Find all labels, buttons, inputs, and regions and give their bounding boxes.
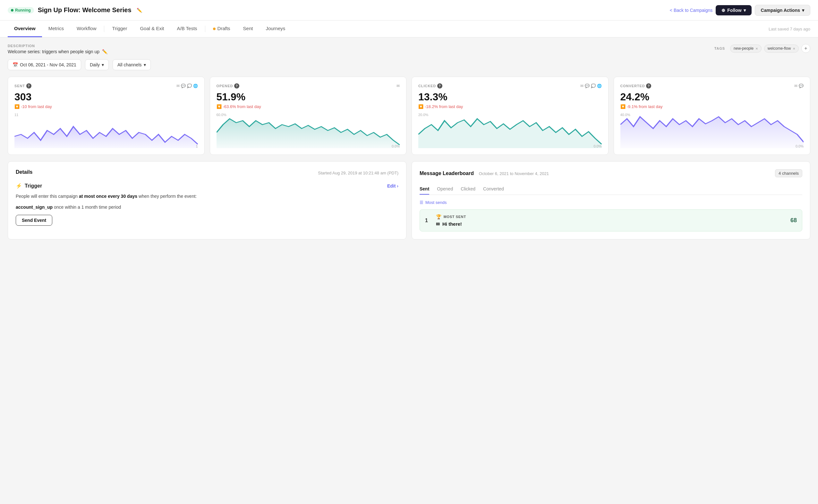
campaign-actions-button[interactable]: Campaign Actions ▾ [755, 5, 810, 16]
tab-trigger[interactable]: Trigger [105, 21, 133, 37]
clicked-change: 🔽 -18.2% from last day [418, 104, 602, 109]
stats-grid: SENT ? ✉ 💬 💭 🌐 303 🔽 -10 from last day 1… [8, 77, 810, 155]
clicked-channel-icons: ✉ 💬 💭 🌐 [580, 84, 602, 88]
lb-rank-1: 1 [425, 218, 432, 223]
channel-filter[interactable]: All channels ▾ [113, 59, 151, 70]
converted-chart: 40.0% 0.0% [620, 113, 804, 148]
lb-badge-most-sent: 🏆 MOST SENT [436, 214, 786, 219]
converted-chart-label-left: 40.0% [620, 113, 630, 117]
stat-card-clicked: CLICKED ? ✉ 💬 💭 🌐 13.3% 🔽 -18.2% from la… [412, 77, 609, 155]
leaderboard-date-range: October 6, 2021 to November 4, 2021 [479, 171, 549, 176]
clicked-help-icon[interactable]: ? [437, 83, 443, 88]
sent-value: 303 [14, 91, 198, 103]
details-title: Details [16, 169, 32, 175]
chevron-down-icon: ▾ [144, 62, 146, 67]
converted-channel-icons: ✉ 💬 [794, 84, 804, 88]
tab-goal-exit[interactable]: Goal & Exit [133, 21, 170, 37]
tab-sent[interactable]: Sent [237, 21, 259, 37]
trigger-section: ⚡ Trigger Edit › People will enter this … [16, 183, 398, 226]
opened-chart: 60.0% 0.0% [216, 113, 400, 148]
edit-title-icon[interactable]: ✏️ [137, 8, 142, 13]
tab-workflow[interactable]: Workflow [70, 21, 103, 37]
top-bar-right: < Back to Campaigns ⊕ Follow ▾ Campaign … [670, 5, 810, 16]
converted-help-icon[interactable]: ? [646, 83, 651, 88]
bottom-grid: Details Started Aug 29, 2019 at 10:21:48… [8, 161, 810, 239]
stat-header-sent: SENT ? ✉ 💬 💭 🌐 [14, 83, 198, 88]
stat-card-sent: SENT ? ✉ 💬 💭 🌐 303 🔽 -10 from last day 1… [8, 77, 205, 155]
nav-bar: Overview Metrics Workflow Trigger Goal &… [0, 21, 818, 38]
opened-chart-label-right: 0.0% [392, 144, 400, 148]
sms-icon: 💬 [181, 84, 186, 88]
description-text: Welcome series: triggers when people sig… [8, 49, 107, 54]
lb-tab-sent[interactable]: Sent [420, 184, 429, 195]
sent-help-icon[interactable]: ? [26, 83, 31, 88]
arrow-down-icon: 🔽 [14, 104, 20, 109]
filters-row: 📅 Oct 06, 2021 - Nov 04, 2021 Daily ▾ Al… [8, 59, 810, 70]
stat-header-converted: CONVERTED ? ✉ 💬 [620, 83, 804, 88]
converted-chart-label-right: 0.0% [796, 144, 804, 148]
last-saved-text: Last saved 7 days ago [769, 27, 810, 31]
opened-channel-icons: ✉ [396, 84, 400, 88]
trigger-text: People will enter this campaign at most … [16, 193, 398, 200]
sent-change: 🔽 -10 from last day [14, 104, 198, 109]
add-tag-button[interactable]: + [801, 44, 810, 53]
tab-metrics[interactable]: Metrics [42, 21, 70, 37]
drafts-dot [213, 28, 215, 30]
opened-chart-label-left: 60.0% [216, 113, 226, 117]
chevron-down-icon: ▾ [102, 62, 104, 67]
stat-label-clicked: CLICKED ? [418, 83, 443, 88]
tag-welcome-flow: welcome-flow × [764, 45, 799, 53]
remove-tag-new-people[interactable]: × [755, 46, 758, 51]
tags-section: TAGS new-people × welcome-flow × + [714, 44, 810, 53]
trophy-icon: 🏆 [436, 214, 442, 219]
most-sends-link[interactable]: ☰ Most sends [420, 200, 802, 205]
push-icon: 💭 [591, 84, 596, 88]
edit-description-icon[interactable]: ✏️ [102, 49, 107, 54]
frequency-filter[interactable]: Daily ▾ [85, 59, 109, 70]
clicked-chart-label-right: 0.0% [594, 144, 602, 148]
edit-trigger-link[interactable]: Edit › [387, 183, 398, 189]
email-icon: ✉ [794, 84, 797, 88]
email-icon: ✉ [396, 84, 400, 88]
trigger-header: ⚡ Trigger Edit › [16, 183, 398, 189]
push-icon: 💭 [187, 84, 192, 88]
email-icon: ✉ [176, 84, 180, 88]
leaderboard-header: Message Leaderboard October 6, 2021 to N… [420, 169, 802, 177]
stat-label-converted: CONVERTED ? [620, 83, 652, 88]
nav-tabs: Overview Metrics Workflow Trigger Goal &… [8, 21, 291, 37]
status-dot [11, 9, 13, 12]
stat-label-opened: OPENED ? [216, 83, 240, 88]
back-to-campaigns-link[interactable]: < Back to Campaigns [670, 8, 713, 13]
opened-help-icon[interactable]: ? [234, 83, 239, 88]
leaderboard-title: Message Leaderboard [420, 171, 474, 176]
tab-ab-tests[interactable]: A/B Tests [170, 21, 203, 37]
email-icon: ✉ [580, 84, 584, 88]
tab-drafts[interactable]: Drafts [207, 21, 237, 37]
lb-tab-clicked[interactable]: Clicked [461, 184, 476, 195]
opened-value: 51.9% [216, 91, 400, 103]
tag-new-people: new-people × [730, 45, 762, 53]
leaderboard-row-1: 1 🏆 MOST SENT ✉ Hi there! 68 [420, 209, 802, 231]
lb-tab-converted[interactable]: Converted [483, 184, 504, 195]
send-event-button[interactable]: Send Event [16, 215, 52, 226]
converted-value: 24.2% [620, 91, 804, 103]
stat-label-sent: SENT ? [14, 83, 31, 88]
follow-button[interactable]: ⊕ Follow ▾ [716, 5, 751, 15]
clicked-chart-label-left: 20.0% [418, 113, 428, 117]
tab-overview[interactable]: Overview [8, 21, 42, 37]
date-range-filter[interactable]: 📅 Oct 06, 2021 - Nov 04, 2021 [8, 59, 81, 70]
tab-journeys[interactable]: Journeys [259, 21, 291, 37]
leaderboard-title-group: Message Leaderboard October 6, 2021 to N… [420, 171, 549, 176]
sms-icon: 💬 [799, 84, 804, 88]
description-section: DESCRIPTION Welcome series: triggers whe… [8, 44, 107, 54]
top-bar-left: Running Sign Up Flow: Welcome Series ✏️ [8, 6, 142, 14]
plus-icon: ⊕ [721, 8, 725, 13]
clicked-chart: 20.0% 0.0% [418, 113, 602, 148]
remove-tag-welcome-flow[interactable]: × [793, 46, 795, 51]
web-icon: 🌐 [193, 84, 198, 88]
lb-tab-opened[interactable]: Opened [437, 184, 453, 195]
nav-divider-2 [205, 26, 205, 32]
web-icon: 🌐 [597, 84, 602, 88]
stat-header-opened: OPENED ? ✉ [216, 83, 400, 88]
description-row: DESCRIPTION Welcome series: triggers whe… [8, 44, 810, 54]
